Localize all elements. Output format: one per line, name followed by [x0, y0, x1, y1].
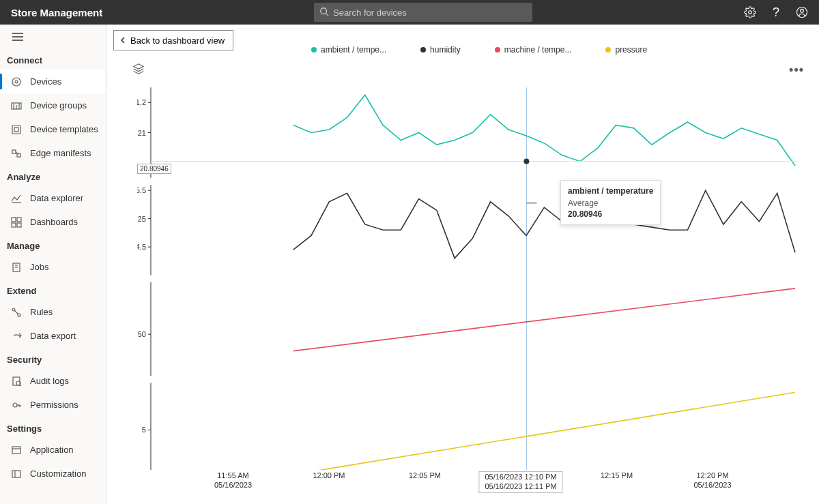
section-security: Security: [0, 348, 106, 369]
search-box[interactable]: [314, 3, 532, 22]
sidebar-item-data-export[interactable]: Data export: [0, 324, 106, 348]
chevron-left-icon: [119, 35, 126, 46]
sidebar-item-devices[interactable]: Devices: [0, 70, 106, 93]
svg-line-29: [15, 310, 18, 314]
svg-text:21.2: 21.2: [137, 98, 146, 106]
app-title: Store Management: [11, 7, 102, 18]
nav-label: Device groups: [30, 100, 87, 110]
legend-label: humidity: [430, 45, 461, 55]
hamburger-icon[interactable]: [0, 25, 106, 48]
svg-line-32: [20, 385, 21, 386]
search-wrap: [102, 3, 744, 22]
back-button[interactable]: Back to dashboard view: [113, 30, 233, 50]
x-tick: 12:05 PM: [409, 471, 441, 481]
nav-label: Data export: [30, 331, 76, 341]
svg-point-0: [321, 8, 327, 14]
sidebar-item-audit-logs[interactable]: Audit logs: [0, 369, 106, 393]
tooltip-value: 20.80946: [568, 209, 653, 219]
svg-point-33: [13, 403, 17, 407]
svg-rect-39: [12, 471, 20, 477]
nav-label: Edge manifests: [30, 148, 91, 158]
application-icon: [11, 445, 22, 456]
svg-point-27: [12, 308, 15, 311]
legend-item-humidity[interactable]: humidity: [420, 45, 461, 55]
legend-item-pressure[interactable]: pressure: [605, 45, 647, 55]
user-icon[interactable]: [796, 6, 808, 18]
x-tick: 12:00 PM: [313, 471, 345, 481]
section-extend: Extend: [0, 279, 106, 300]
nav-label: Data explorer: [30, 193, 83, 203]
sidebar-item-permissions[interactable]: Permissions: [0, 393, 106, 417]
layers-icon[interactable]: [132, 63, 145, 77]
section-analyze: Analyze: [0, 165, 106, 186]
jobs-icon: [11, 262, 22, 273]
svg-point-9: [15, 80, 18, 83]
data-explorer-icon: [11, 193, 22, 204]
sidebar-item-device-groups[interactable]: Device groups: [0, 93, 106, 117]
search-icon: [319, 7, 329, 18]
svg-rect-14: [12, 125, 20, 134]
sidebar: Connect Devices Device groups Device tem…: [0, 25, 106, 504]
svg-rect-21: [17, 218, 21, 222]
gear-icon[interactable]: [744, 6, 756, 18]
svg-text:50: 50: [138, 330, 146, 338]
header-actions: ?: [744, 6, 808, 18]
legend-label: machine / tempe...: [504, 45, 572, 55]
nav-label: Permissions: [30, 400, 78, 410]
chart-area[interactable]: 20.80946 ambient / temperature Average 2…: [137, 80, 799, 470]
rules-icon: [11, 307, 22, 318]
svg-point-8: [12, 78, 20, 86]
device-groups-icon: [11, 100, 22, 111]
sidebar-item-customization[interactable]: Customization: [0, 462, 106, 486]
x-range-box: 05/16/2023 12:10 PM05/16/2023 12:11 PM: [478, 471, 562, 493]
help-icon[interactable]: ?: [770, 6, 782, 18]
nav-label: Device templates: [30, 124, 98, 134]
x-tick: 11:55 AM05/16/2023: [214, 471, 252, 490]
sidebar-item-edge-manifests[interactable]: Edge manifests: [0, 141, 106, 165]
search-input[interactable]: [333, 8, 527, 18]
svg-rect-15: [14, 128, 18, 132]
legend-item-ambient[interactable]: ambient / tempe...: [311, 45, 386, 55]
svg-point-4: [801, 9, 804, 12]
nav-label: Jobs: [30, 262, 48, 272]
main-content: Back to dashboard view ambient / tempe..…: [106, 25, 819, 504]
section-settings: Settings: [0, 417, 106, 438]
svg-point-62: [523, 158, 529, 164]
nav-label: Application: [30, 445, 74, 455]
svg-rect-23: [17, 223, 21, 227]
tooltip-sub: Average: [568, 198, 653, 208]
customization-icon: [11, 469, 22, 479]
svg-point-2: [749, 11, 752, 14]
x-axis: 11:55 AM05/16/202312:00 PM12:05 PM12:15 …: [137, 471, 799, 499]
sidebar-item-data-explorer[interactable]: Data explorer: [0, 186, 106, 210]
x-tick: 12:20 PM05/16/2023: [693, 471, 731, 490]
legend-label: ambient / tempe...: [321, 45, 386, 55]
nav-label: Devices: [30, 76, 61, 87]
tooltip: ambient / temperature Average 20.80946: [560, 180, 661, 225]
legend-dot: [495, 47, 500, 53]
legend-item-machine[interactable]: machine / tempe...: [495, 45, 572, 55]
chart-svg: 2121.224.52525.5505: [137, 80, 799, 470]
audit-logs-icon: [11, 376, 22, 387]
sidebar-item-rules[interactable]: Rules: [0, 300, 106, 324]
svg-text:25.5: 25.5: [137, 186, 146, 194]
devices-icon: [11, 76, 22, 87]
legend-label: pressure: [615, 45, 647, 55]
legend-dot: [311, 47, 317, 53]
app-header: Store Management ?: [0, 0, 819, 25]
legend-dot: [420, 47, 426, 53]
permissions-icon: [11, 400, 22, 411]
chart-legend: ambient / tempe... humidity machine / te…: [311, 45, 785, 55]
svg-rect-22: [12, 223, 16, 227]
svg-text:25: 25: [138, 215, 146, 223]
data-export-icon: [11, 331, 22, 342]
sidebar-item-jobs[interactable]: Jobs: [0, 255, 106, 279]
sidebar-item-device-templates[interactable]: Device templates: [0, 117, 106, 141]
sidebar-item-application[interactable]: Application: [0, 438, 106, 462]
svg-text:24.5: 24.5: [137, 243, 146, 251]
device-templates-icon: [11, 124, 22, 135]
more-icon[interactable]: •••: [789, 63, 804, 77]
sidebar-item-dashboards[interactable]: Dashboards: [0, 210, 106, 234]
svg-line-1: [326, 13, 329, 16]
back-button-label: Back to dashboard view: [130, 35, 225, 46]
